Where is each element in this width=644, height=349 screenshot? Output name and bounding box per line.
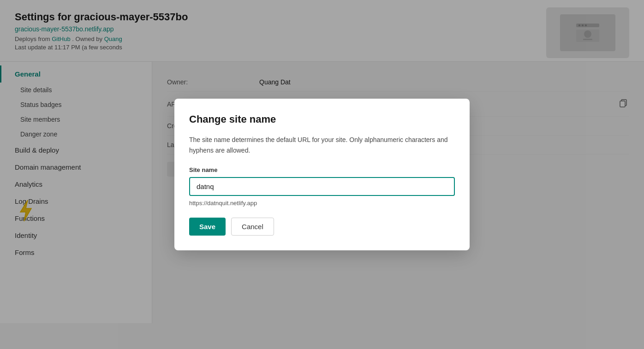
cancel-button[interactable]: Cancel	[231, 218, 274, 236]
url-preview: https://datnquit.netlify.app	[189, 200, 455, 207]
modal-description: The site name determines the default URL…	[189, 135, 455, 155]
site-name-label: Site name	[189, 166, 455, 173]
page-background: Settings for gracious-mayer-5537bo graci…	[0, 0, 644, 349]
save-button[interactable]: Save	[189, 218, 226, 236]
modal-overlay: Change site name The site name determine…	[0, 0, 644, 349]
change-site-name-modal: Change site name The site name determine…	[174, 99, 470, 250]
site-name-input[interactable]	[189, 177, 455, 196]
modal-actions: Save Cancel	[189, 218, 455, 236]
url-preview-text: https://datnquit.netlify.app	[189, 200, 257, 207]
modal-title: Change site name	[189, 113, 455, 125]
